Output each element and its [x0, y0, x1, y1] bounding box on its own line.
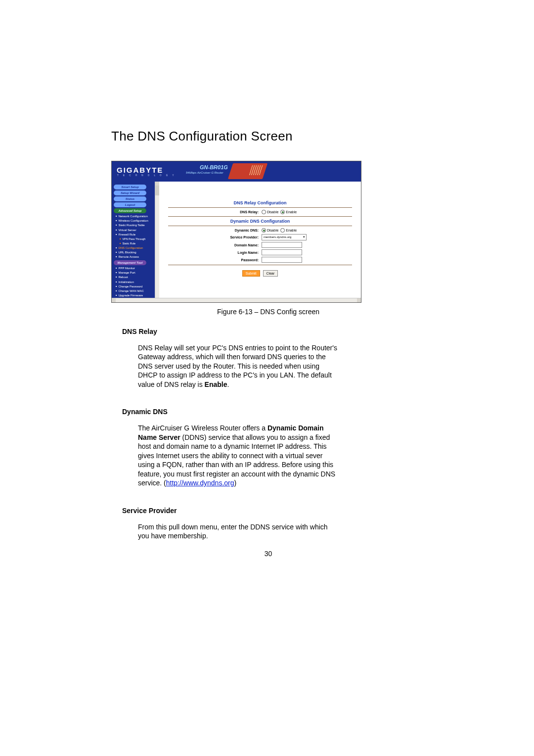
figure-caption: Figure 6-13 – DNS Config screen	[111, 308, 425, 316]
para-text: The AirCruiser G Wireless Router offers …	[138, 424, 267, 432]
radio-dynamic-dns-enable[interactable]: Enable	[280, 228, 297, 233]
scroll-left-icon[interactable]	[112, 298, 116, 302]
scroll-up-icon[interactable]	[155, 182, 159, 186]
para-text: .	[227, 380, 229, 388]
label-password: Password:	[202, 258, 262, 262]
divider	[168, 216, 352, 217]
radio-dynamic-dns-disable[interactable]: Disable	[262, 228, 278, 233]
para-dns-relay: DNS Relay will set your PC's DNS entries…	[138, 343, 341, 389]
sidebar-item-vpn-passthrough[interactable]: VPN Pass Through	[112, 237, 159, 241]
radio-dot-icon	[262, 228, 266, 233]
sidebar-item-reboot[interactable]: Reboot	[112, 275, 159, 280]
scroll-right-icon[interactable]	[357, 298, 361, 302]
router-topbar: GIGABYTE T E C H N O L O G Y GN-BR01G 54…	[112, 161, 361, 182]
input-domain-name[interactable]	[262, 242, 302, 248]
row-domain-name: Domain Name:	[159, 242, 361, 248]
sidebar-item-dns-config[interactable]: DNS Configuration	[112, 246, 159, 250]
submit-button[interactable]: Submit	[242, 270, 260, 277]
sidebar-item-remote-access[interactable]: Remote Access	[112, 255, 159, 259]
para-text: DNS Relay will set your PC's DNS entries…	[138, 344, 337, 388]
section-title-dns-relay: DNS Relay Configuration	[159, 200, 361, 205]
router-model: GN-BR01G	[200, 164, 228, 170]
router-content: DNS Relay Configuration DNS Relay: Disab…	[159, 182, 361, 302]
radio-dot-icon	[280, 210, 285, 214]
para-service-provider: From this pull down menu, enter the DDNS…	[138, 522, 341, 541]
label-service-provider: Service Provider:	[202, 236, 262, 239]
sidebar-status[interactable]: Status	[114, 196, 146, 201]
router-admin-screenshot: GIGABYTE T E C H N O L O G Y GN-BR01G 54…	[111, 161, 361, 303]
heading-dynamic-dns: Dynamic DNS	[122, 408, 425, 416]
divider	[168, 265, 352, 265]
sidebar-item-initialization[interactable]: Initialization	[112, 280, 159, 284]
horizontal-scrollbar[interactable]	[112, 298, 361, 302]
divider	[168, 207, 352, 208]
radio-dot-icon	[262, 210, 266, 214]
sidebar-item-manage-port[interactable]: Manage Port	[112, 271, 159, 275]
page-title: The DNS Configuration Screen	[111, 129, 425, 144]
sidebar-item-ppp-monitor[interactable]: PPP Monitor	[112, 266, 159, 271]
sidebar-item-wireless-config[interactable]: Wireless Configuration	[112, 219, 159, 223]
row-login-name: Login Name:	[159, 249, 361, 255]
clear-button[interactable]: Clear	[263, 270, 278, 277]
row-dns-relay: DNS Relay: Disable Enable	[159, 210, 361, 214]
sidebar-scrollbar[interactable]	[155, 182, 159, 302]
page-number: 30	[111, 550, 425, 558]
brand-logo-text: GIGABYTE	[112, 166, 176, 174]
row-password: Password:	[159, 257, 361, 263]
brand-sub-text: T E C H N O L O G Y	[112, 174, 176, 177]
radio-dot-icon	[280, 228, 285, 233]
router-sidebar: Smart Setup Setup Wizard Status Logout A…	[112, 182, 159, 302]
input-password[interactable]	[262, 257, 302, 263]
para-text: )	[234, 479, 237, 487]
sidebar-item-change-password[interactable]: Change Password	[112, 284, 159, 289]
radio-dns-relay-enable[interactable]: Enable	[280, 210, 297, 214]
row-service-provider: Service Provider: members.dyndns.org	[159, 234, 361, 240]
row-dynamic-dns: Dynamic DNS: Disable Enable	[159, 228, 361, 233]
sidebar-advanced-setup[interactable]: Advanced Setup	[114, 208, 146, 213]
document-page: The DNS Configuration Screen GIGABYTE T …	[0, 0, 534, 756]
router-body: Smart Setup Setup Wizard Status Logout A…	[112, 182, 361, 302]
router-model-sub: 54Mbps AirCruiser G Router	[186, 171, 223, 174]
sidebar-setup-wizard[interactable]: Setup Wizard	[114, 190, 146, 195]
input-login-name[interactable]	[262, 249, 302, 255]
radio-label: Disable	[267, 229, 278, 232]
heading-dns-relay: DNS Relay	[122, 328, 425, 335]
section-title-dynamic-dns: Dynamic DNS Configuration	[159, 219, 361, 224]
heading-service-provider: Service Provider	[122, 507, 425, 515]
label-login-name: Login Name:	[202, 251, 262, 254]
label-domain-name: Domain Name:	[202, 243, 262, 247]
radio-dns-relay-disable[interactable]: Disable	[262, 210, 278, 214]
para-bold: Enable	[205, 380, 227, 388]
link-dyndns[interactable]: http://www.dyndns.org	[166, 479, 234, 487]
sidebar-management-tool[interactable]: Management Tool	[114, 260, 146, 265]
sidebar-item-virtual-server[interactable]: Virtual Server	[112, 228, 159, 233]
radio-label: Disable	[267, 210, 278, 214]
button-row: Submit Clear	[159, 270, 361, 277]
radio-label: Enable	[286, 210, 297, 214]
sidebar-item-change-wan-mac[interactable]: Change WAN MAC	[112, 289, 159, 293]
sidebar-mgmt-items: PPP Monitor Manage Port Reboot Initializ…	[112, 266, 159, 303]
sidebar-smart-setup[interactable]: Smart Setup	[114, 185, 146, 189]
sidebar-item-url-blocking[interactable]: URL Blocking	[112, 250, 159, 255]
sidebar-item-network-config[interactable]: Network Configuration	[112, 214, 159, 219]
scroll-thumb[interactable]	[155, 186, 159, 195]
body-text: DNS Relay DNS Relay will set your PC's D…	[122, 328, 425, 541]
label-dynamic-dns: Dynamic DNS:	[202, 229, 262, 232]
sidebar-item-firewall[interactable]: Firewall Rule	[112, 233, 159, 237]
label-dns-relay: DNS Relay:	[202, 210, 262, 214]
para-dynamic-dns: The AirCruiser G Wireless Router offers …	[138, 424, 341, 487]
sidebar-adv-items: Network Configuration Wireless Configura…	[112, 214, 159, 259]
select-service-provider[interactable]: members.dyndns.org	[262, 234, 307, 240]
radio-label: Enable	[286, 229, 297, 232]
sidebar-item-static-rule[interactable]: Static Rule	[112, 241, 159, 246]
divider	[168, 226, 352, 226]
sidebar-item-static-routing[interactable]: Static Routing Table	[112, 223, 159, 228]
router-device-image	[228, 163, 267, 179]
sidebar-logout[interactable]: Logout	[114, 202, 146, 207]
